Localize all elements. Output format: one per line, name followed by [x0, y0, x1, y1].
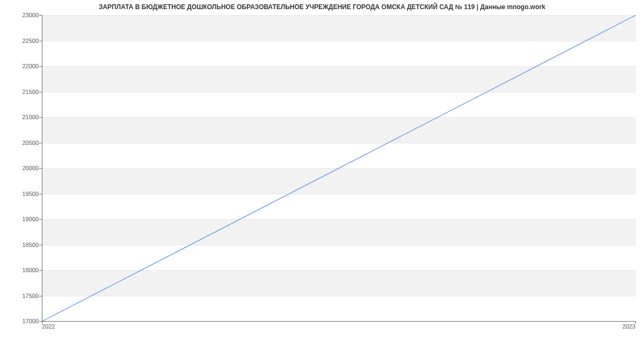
- y-tick-mark: [39, 270, 42, 271]
- y-tick-label: 22500: [6, 38, 39, 44]
- x-tick-mark: [42, 321, 42, 324]
- y-tick-mark: [39, 296, 42, 296]
- gridline: [42, 321, 636, 322]
- line-layer: [42, 15, 636, 321]
- chart-container: ЗАРПЛАТА В БЮДЖЕТНОЕ ДОШКОЛЬНОЕ ОБРАЗОВА…: [0, 0, 644, 349]
- y-tick-mark: [39, 194, 42, 194]
- y-tick-label: 18500: [6, 242, 39, 248]
- y-tick-mark: [39, 245, 42, 245]
- x-tick-label: 2023: [623, 323, 635, 330]
- y-tick-label: 17500: [6, 293, 39, 299]
- y-tick-mark: [39, 15, 42, 16]
- y-tick-label: 21000: [6, 114, 39, 120]
- y-tick-mark: [39, 168, 42, 169]
- y-tick-mark: [39, 92, 42, 92]
- y-tick-mark: [39, 41, 42, 41]
- y-tick-mark: [39, 143, 42, 143]
- y-tick-label: 19000: [6, 216, 39, 222]
- y-tick-label: 23000: [6, 12, 39, 18]
- y-tick-mark: [39, 219, 42, 220]
- y-tick-label: 18000: [6, 267, 39, 273]
- y-tick-label: 17000: [6, 318, 39, 324]
- y-tick-label: 22000: [6, 63, 39, 69]
- y-tick-label: 19500: [6, 191, 39, 197]
- x-tick-label: 2022: [42, 323, 55, 330]
- plot-area: [42, 15, 636, 322]
- series-line: [42, 15, 636, 321]
- y-tick-label: 20000: [6, 165, 39, 171]
- y-tick-mark: [39, 117, 42, 118]
- x-tick-mark: [635, 321, 636, 324]
- y-tick-label: 20500: [6, 140, 39, 146]
- chart-title: ЗАРПЛАТА В БЮДЖЕТНОЕ ДОШКОЛЬНОЕ ОБРАЗОВА…: [0, 3, 644, 11]
- y-tick-label: 21500: [6, 89, 39, 95]
- y-tick-mark: [39, 66, 42, 67]
